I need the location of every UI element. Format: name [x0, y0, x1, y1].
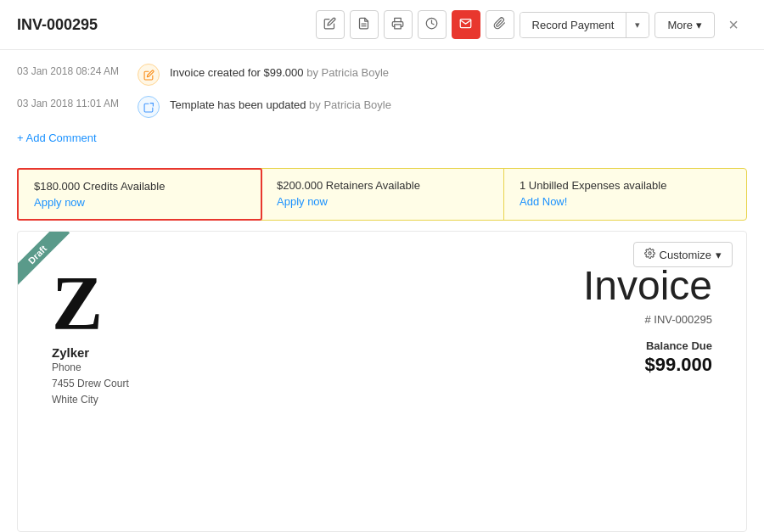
more-label: More — [667, 19, 693, 31]
pdf-icon — [357, 17, 370, 32]
clock-icon — [425, 17, 438, 32]
svg-point-6 — [648, 252, 650, 255]
add-comment-button[interactable]: + Add Comment — [17, 128, 97, 154]
activity-text-1: Invoice created for $99.000 by Patricia … — [170, 64, 389, 79]
credits-item-3: 1 Unbilled Expenses available Add Now! — [504, 169, 746, 220]
credits-item-2: $200.000 Retainers Available Apply now — [261, 169, 504, 220]
activity-icon-1 — [138, 64, 160, 86]
email-button[interactable] — [452, 10, 480, 39]
company-detail-1: Phone — [52, 360, 81, 376]
record-payment-dropdown[interactable]: ▾ — [626, 14, 649, 36]
record-payment-group: Record Payment ▾ — [520, 12, 650, 38]
page-title: INV-000295 — [17, 16, 316, 34]
close-button[interactable]: × — [720, 11, 747, 38]
print-button[interactable] — [384, 10, 413, 39]
credits-apply-1[interactable]: Apply now — [34, 196, 85, 209]
print-icon — [391, 17, 404, 32]
company-detail-3: White City — [52, 392, 98, 408]
balance-label: Balance Due — [583, 339, 712, 352]
customize-label: Customize — [660, 249, 711, 261]
credits-item-1: $180.000 Credits Available Apply now — [17, 168, 262, 221]
pdf-button[interactable] — [350, 10, 379, 39]
more-chevron-icon: ▾ — [696, 19, 702, 31]
invoice-body: Z Zylker Phone 7455 Drew Court White Cit… — [18, 240, 746, 434]
attachment-icon — [493, 17, 506, 32]
more-button[interactable]: More ▾ — [654, 12, 715, 38]
credits-add-now[interactable]: Add Now! — [520, 195, 567, 208]
header: INV-000295 — [0, 0, 764, 50]
edit-icon — [323, 17, 336, 32]
credits-label-2: $200.000 Retainers Available — [277, 179, 488, 192]
activity-text-2: Template has been updated by Patricia Bo… — [170, 96, 391, 111]
gear-icon — [644, 248, 655, 261]
invoice-details: Invoice # INV-000295 Balance Due $99.000 — [583, 266, 712, 376]
activity-section: 03 Jan 2018 08:24 AM Invoice created for… — [0, 50, 764, 161]
customize-button[interactable]: Customize ▾ — [633, 242, 733, 267]
credits-label-3: 1 Unbilled Expenses available — [520, 179, 731, 192]
page-container: INV-000295 — [0, 0, 764, 532]
history-button[interactable] — [418, 10, 447, 39]
credits-banner: $180.000 Credits Available Apply now $20… — [17, 168, 747, 221]
invoice-title: Invoice — [583, 266, 712, 306]
svg-rect-2 — [395, 25, 402, 29]
activity-icon-2 — [138, 96, 160, 118]
header-actions: Record Payment ▾ More ▾ × — [316, 10, 747, 39]
company-name: Zylker — [52, 345, 89, 360]
credits-apply-2[interactable]: Apply now — [277, 195, 328, 208]
balance-amount: $99.000 — [583, 354, 712, 376]
activity-item-1: 03 Jan 2018 08:24 AM Invoice created for… — [17, 64, 747, 86]
edit-button[interactable] — [316, 10, 345, 39]
invoice-preview: Draft Customize ▾ Z Zylker Phone 7455 Dr… — [17, 231, 747, 532]
chevron-down-icon: ▾ — [635, 20, 640, 30]
credits-label-1: $180.000 Credits Available — [34, 180, 245, 193]
draft-label: Draft — [18, 232, 70, 287]
company-detail-2: 7455 Drew Court — [52, 376, 129, 392]
draft-ribbon: Draft — [18, 232, 86, 300]
activity-time-2: 03 Jan 2018 11:01 AM — [17, 96, 127, 109]
email-icon — [459, 17, 472, 32]
attachment-button[interactable] — [486, 10, 514, 39]
invoice-number: # INV-000295 — [583, 313, 712, 326]
activity-time-1: 03 Jan 2018 08:24 AM — [17, 64, 127, 77]
customize-chevron-icon: ▾ — [716, 249, 722, 261]
record-payment-button[interactable]: Record Payment — [520, 13, 627, 37]
activity-item-2: 03 Jan 2018 11:01 AM Template has been u… — [17, 96, 747, 118]
